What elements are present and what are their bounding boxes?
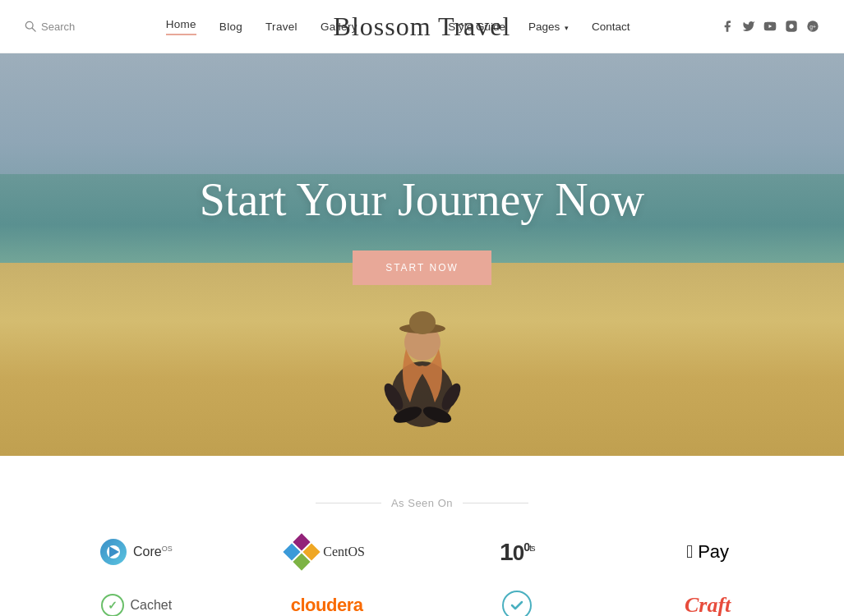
hero-person (365, 275, 480, 439)
nav-travel[interactable]: Travel (265, 21, 297, 33)
start-now-button[interactable]: START NOW (353, 251, 491, 285)
centos-text: CentOS (323, 545, 365, 559)
cbrand-logo (502, 591, 532, 616)
nav-home[interactable]: Home (166, 18, 196, 35)
applepay-logo:  Pay (686, 541, 729, 563)
youtube-icon[interactable] (763, 20, 777, 33)
applepay-text: Pay (698, 541, 729, 563)
site-header: Search Home Blog Travel Gallery Blossom … (0, 0, 844, 53)
hero-title: Start Your Journey Now (200, 175, 644, 226)
coreos-logo: CoreOS (100, 539, 173, 565)
nav-blog[interactable]: Blog (219, 21, 242, 33)
nav-pages[interactable]: Pages ▾ (528, 21, 569, 33)
facebook-icon[interactable] (721, 20, 734, 33)
search-bar[interactable]: Search (25, 21, 75, 33)
site-logo[interactable]: Blossom Travel (334, 11, 511, 42)
craft-logo: Craft (685, 593, 731, 616)
cachet-text: Cachet (131, 598, 173, 613)
nav-contact[interactable]: Contact (592, 21, 630, 33)
coreos-text: CoreOS (133, 545, 173, 559)
cachet-check-icon: ✓ (108, 599, 118, 612)
cbrand-check-icon (509, 597, 525, 614)
cachet-icon: ✓ (101, 594, 124, 616)
search-label: Search (41, 21, 75, 33)
search-icon (25, 21, 36, 32)
instagram-icon[interactable] (785, 20, 798, 33)
cbrand-icon (502, 591, 532, 616)
centos-icon (284, 533, 321, 570)
hero-section: Start Your Journey Now START NOW (0, 53, 844, 456)
twitter-icon[interactable] (742, 20, 755, 33)
svg-text:g+: g+ (809, 24, 816, 30)
coreos-icon (100, 539, 127, 565)
tours-text: 100ts (500, 538, 535, 566)
left-nav: Home Blog Travel Gallery (166, 18, 357, 35)
apple-icon:  (686, 541, 693, 563)
googleplus-icon[interactable]: g+ (806, 20, 819, 33)
chevron-down-icon: ▾ (565, 24, 569, 32)
cloudera-logo: cloudera (291, 595, 363, 616)
as-seen-label: As Seen On (49, 497, 795, 509)
cachet-logo: ✓ Cachet (101, 594, 173, 616)
centos-logo: CentOS (288, 539, 365, 565)
craft-text: Craft (685, 593, 731, 616)
svg-line-1 (32, 28, 35, 31)
logos-grid: CoreOS CentOS 100ts  Pay (49, 538, 795, 616)
tours-logo: 100ts (500, 538, 535, 566)
social-links: g+ (721, 20, 819, 33)
as-seen-on-section: As Seen On CoreOS CentOS (0, 456, 844, 616)
hero-content: Start Your Journey Now START NOW (200, 175, 644, 285)
svg-point-9 (409, 311, 436, 334)
cloudera-text: cloudera (291, 595, 363, 616)
